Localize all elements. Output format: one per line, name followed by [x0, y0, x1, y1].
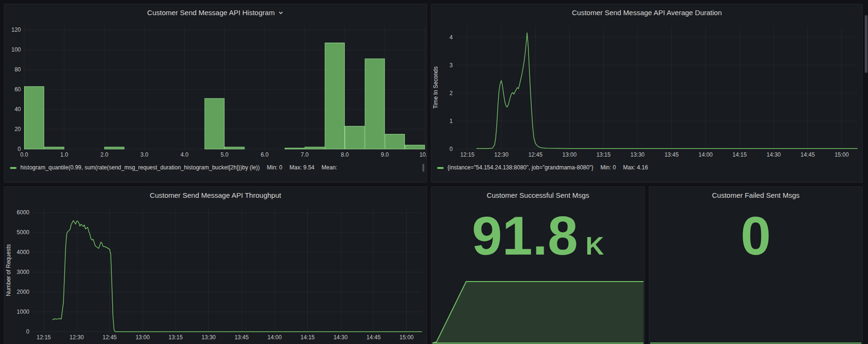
svg-text:4000: 4000 [17, 249, 29, 256]
panel-title-text: Customer Send Message API Histogram [147, 9, 275, 17]
svg-text:14:45: 14:45 [367, 334, 381, 341]
svg-text:7.0: 7.0 [301, 151, 309, 158]
grafana-dashboard: Customer Send Message API Histogram 0.01… [0, 0, 868, 344]
panel-title-text: Customer Failed Sent Msgs [712, 191, 799, 199]
svg-text:3: 3 [449, 62, 453, 69]
throughput-chart[interactable]: 12:1512:3012:4513:0013:1513:3013:4514:00… [4, 203, 427, 344]
legend-swatch [10, 167, 17, 169]
svg-text:80: 80 [15, 66, 21, 73]
svg-text:14:15: 14:15 [733, 151, 747, 158]
svg-text:3000: 3000 [17, 269, 29, 275]
svg-text:15:00: 15:00 [399, 334, 413, 341]
panel-title-text: Customer Successful Sent Msgs [487, 191, 590, 199]
legend-swatch [437, 167, 444, 169]
svg-text:9.0: 9.0 [381, 151, 389, 158]
legend-scrollbar[interactable] [422, 164, 424, 172]
successful-sparkline [432, 281, 644, 344]
svg-text:12:30: 12:30 [70, 334, 84, 341]
svg-text:1.0: 1.0 [60, 151, 68, 158]
failed-stat-body: 0 [649, 203, 862, 344]
legend-min-stat: Min: 0 [267, 164, 283, 171]
svg-text:2: 2 [449, 90, 453, 97]
svg-text:14:00: 14:00 [698, 151, 713, 158]
svg-text:12:45: 12:45 [103, 334, 117, 341]
svg-text:10.0: 10.0 [420, 151, 427, 158]
stat-unit-suffix: K [585, 231, 604, 260]
svg-text:Number of Requests: Number of Requests [5, 244, 12, 296]
legend-max-stat: Max: 9.54 [289, 164, 314, 171]
successful-stat-value: 91.8 K [431, 205, 644, 271]
svg-text:4: 4 [449, 34, 453, 41]
panel-failed-msgs: Customer Failed Sent Msgs 0 [649, 186, 863, 344]
svg-text:12:15: 12:15 [460, 151, 474, 158]
svg-text:14:45: 14:45 [801, 151, 815, 158]
legend-series-label[interactable]: histogram_quantile(0.99, sum(rate(send_m… [20, 164, 260, 171]
panel-title-failed[interactable]: Customer Failed Sent Msgs [649, 187, 862, 203]
svg-text:6.0: 6.0 [260, 151, 268, 158]
panel-histogram: Customer Send Message API Histogram 0.01… [4, 4, 427, 183]
svg-text:12:45: 12:45 [528, 151, 543, 158]
svg-text:1: 1 [449, 118, 453, 124]
svg-text:100: 100 [11, 46, 21, 53]
svg-text:12:30: 12:30 [494, 151, 509, 158]
page-scrollbar[interactable] [864, 0, 868, 344]
svg-text:0: 0 [26, 328, 29, 335]
svg-text:0: 0 [18, 146, 21, 152]
svg-text:1000: 1000 [17, 309, 29, 315]
svg-text:15:00: 15:00 [834, 151, 849, 158]
svg-text:13:45: 13:45 [664, 151, 679, 158]
svg-text:13:15: 13:15 [596, 151, 610, 158]
svg-text:5000: 5000 [17, 229, 29, 236]
panel-successful-msgs: Customer Successful Sent Msgs 91.8 K [431, 186, 645, 344]
avg-duration-legend: {instance="54.154.24.138:8080", job="gra… [431, 163, 862, 182]
failed-stat-value: 0 [649, 205, 862, 271]
svg-text:Time In Seconds: Time In Seconds [432, 66, 439, 109]
svg-text:13:15: 13:15 [169, 334, 183, 341]
svg-text:13:30: 13:30 [202, 334, 216, 341]
panel-title-text: Customer Send Message API Average Durati… [572, 9, 722, 17]
panel-throughput: Customer Send Message API Throughput 12:… [4, 186, 427, 344]
svg-text:0.0: 0.0 [20, 151, 28, 158]
stat-number: 91.8 [472, 205, 578, 266]
svg-text:2000: 2000 [17, 289, 29, 295]
svg-text:3.0: 3.0 [141, 151, 149, 158]
svg-text:13:00: 13:00 [563, 151, 577, 158]
svg-text:14:15: 14:15 [300, 334, 314, 341]
svg-text:60: 60 [15, 86, 21, 93]
svg-text:0: 0 [449, 146, 453, 152]
legend-mean-stat: Mean: [322, 164, 337, 171]
panel-title-successful[interactable]: Customer Successful Sent Msgs [431, 187, 644, 203]
panel-avg-duration: Customer Send Message API Average Durati… [431, 4, 863, 183]
legend-max-stat: Max: 4.16 [623, 164, 648, 171]
svg-text:14:30: 14:30 [767, 151, 781, 158]
svg-text:14:00: 14:00 [268, 334, 282, 341]
panel-title-avg-duration[interactable]: Customer Send Message API Average Durati… [431, 4, 862, 20]
legend-min-stat: Min: 0 [600, 164, 616, 171]
panel-title-throughput[interactable]: Customer Send Message API Throughput [4, 187, 427, 203]
svg-text:40: 40 [15, 106, 21, 113]
svg-text:20: 20 [15, 126, 21, 132]
legend-series-label[interactable]: {instance="54.154.24.138:8080", job="gra… [447, 164, 593, 171]
svg-text:4.0: 4.0 [180, 151, 188, 158]
histogram-legend: histogram_quantile(0.99, sum(rate(send_m… [4, 163, 427, 182]
chevron-down-icon [278, 10, 284, 16]
panel-title-histogram[interactable]: Customer Send Message API Histogram [4, 4, 427, 20]
svg-text:14:30: 14:30 [333, 334, 348, 341]
failed-sparkline [650, 281, 861, 344]
scrollbar-thumb[interactable] [865, 15, 868, 73]
svg-text:120: 120 [11, 26, 21, 33]
svg-text:5.0: 5.0 [221, 151, 229, 158]
svg-text:6000: 6000 [17, 209, 29, 216]
svg-text:13:00: 13:00 [135, 334, 150, 341]
panel-title-text: Customer Send Message API Throughput [150, 191, 281, 199]
stat-number: 0 [741, 205, 771, 266]
histogram-chart[interactable]: 0.01.02.03.04.05.06.07.08.09.010.0020406… [4, 20, 427, 163]
svg-text:12:15: 12:15 [36, 334, 51, 341]
svg-text:2.0: 2.0 [100, 151, 108, 158]
svg-text:13:30: 13:30 [630, 151, 644, 158]
avg-duration-chart[interactable]: 12:1512:3012:4513:0013:1513:3013:4514:00… [431, 20, 862, 163]
successful-stat-body: 91.8 K [431, 203, 644, 344]
svg-text:13:45: 13:45 [234, 334, 249, 341]
svg-text:8.0: 8.0 [341, 151, 349, 158]
